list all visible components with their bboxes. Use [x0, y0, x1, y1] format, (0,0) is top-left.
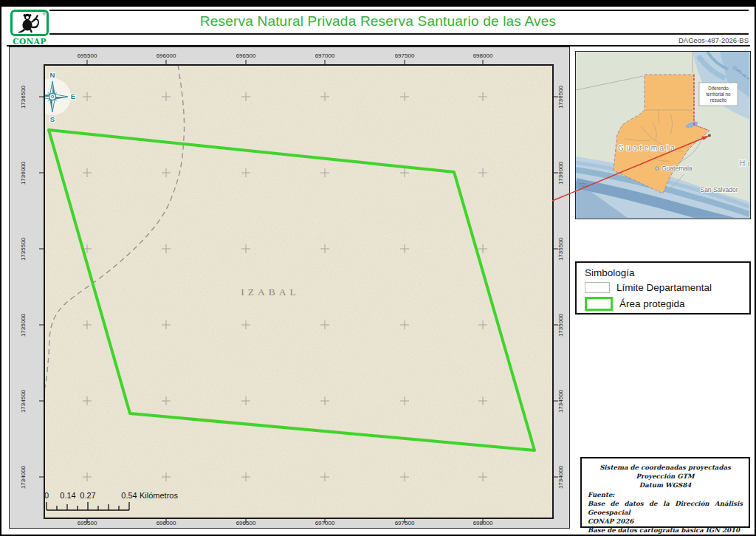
x-axis-label: 697000 — [303, 52, 347, 60]
document-id: DAGeos-487-2026-BS — [518, 36, 749, 44]
legend-box: Simbología Límite Departamental Área pro… — [575, 261, 751, 315]
y-axis-label: 1736000 — [557, 151, 565, 196]
san-salvador-label: San Salvador — [700, 186, 738, 193]
inset-country-label: Guatemala — [618, 144, 677, 152]
monkey-icon — [13, 12, 47, 34]
source-line: Base de datos de la Dirección Análisis G… — [588, 499, 743, 517]
page-title: Reserva Natural Privada Reserva Santuari… — [1, 13, 755, 30]
dispute-note-line: Diferendo — [708, 86, 729, 91]
y-axis-label: 1736000 — [19, 151, 27, 196]
y-axis-label: 1735500 — [557, 227, 565, 272]
compass-east-label: E — [71, 92, 75, 100]
compass-west-label: O — [29, 92, 34, 100]
map-document: Reserva Natural Privada Reserva Santuari… — [0, 0, 756, 536]
compass-south-label: S — [50, 115, 55, 123]
x-axis-label: 696500 — [224, 52, 268, 60]
registered-mark: ® — [43, 12, 46, 16]
scalebar-tick-027: 0.27 — [80, 491, 95, 500]
y-axis-label: 1734500 — [19, 379, 27, 424]
x-axis-label: 695500 — [65, 52, 109, 60]
main-map-frame: IZABAL 0 0.14 0.27 0.54 Kilómetros — [9, 47, 570, 529]
title-rule-bottom — [49, 33, 749, 35]
capital-city-dot — [656, 167, 659, 171]
x-axis-label: 697500 — [382, 519, 427, 527]
legend-item-area-protegida: Área protegida — [585, 297, 749, 311]
legend-item-label: Área protegida — [619, 298, 685, 309]
x-axis-label: 698000 — [461, 52, 505, 60]
conap-logo-box: ® — [10, 10, 49, 36]
compass-north-label: N — [50, 71, 55, 79]
y-axis-label: 1736500 — [19, 75, 27, 120]
crs-line: Datum WGS84 — [588, 481, 743, 489]
dispute-note-line: territorial no — [706, 92, 731, 97]
legend-item-label: Límite Departamental — [616, 282, 712, 293]
crs-line: Proyección GTM — [588, 472, 743, 481]
x-axis-label: 696500 — [224, 519, 268, 527]
dispute-note-box: Diferendo territorial no resuelto — [699, 83, 738, 106]
leader-number-label: 721 — [579, 182, 588, 188]
x-axis-label: 697500 — [382, 52, 427, 60]
inset-map: Golfo de Honduras Guatemala Guatemala Sa… — [575, 51, 751, 219]
conap-logo: ® CONAP — [10, 10, 49, 46]
y-axis-label: 1734500 — [557, 379, 565, 424]
y-axis-label: 1735000 — [19, 303, 27, 348]
y-axis-label: 1734000 — [557, 456, 565, 500]
top-border — [1, 1, 755, 7]
honduras-label: Honduras — [740, 159, 749, 168]
x-axis-label: 696000 — [144, 519, 188, 527]
dispute-note-line: resuelto — [710, 97, 727, 103]
scalebar-unit: Kilómetros — [140, 491, 178, 500]
x-axis-label: 695500 — [65, 519, 109, 527]
x-axis-label: 697000 — [303, 519, 347, 527]
department-limit-swatch — [585, 282, 610, 293]
conap-wordmark: CONAP — [10, 37, 49, 46]
source-line: CONAP 2026 — [588, 517, 743, 526]
y-axis-label: 1734000 — [19, 456, 27, 500]
legend-title: Simbología — [585, 267, 749, 278]
inset-canvas: Golfo de Honduras Guatemala Guatemala Sa… — [576, 52, 749, 218]
inset-capital-label: Guatemala — [662, 165, 693, 172]
legend-item-departamental: Límite Departamental — [585, 282, 749, 293]
y-axis-label: 1736500 — [557, 75, 565, 120]
scalebar-tick-054: 0.54 — [121, 491, 137, 500]
crs-line: Sistema de coordenadas proyectadas — [588, 463, 743, 472]
source-info-box: Sistema de coordenadas proyectadas Proye… — [580, 457, 750, 528]
department-label: IZABAL — [241, 286, 300, 298]
fuente-label: Fuente: — [588, 490, 743, 499]
x-axis-label: 698000 — [461, 519, 505, 527]
protected-area-swatch — [585, 297, 613, 311]
y-axis-label: 1735000 — [557, 303, 565, 348]
source-line: Base de datos cartografía básica IGN 201… — [588, 526, 743, 535]
main-map-canvas: IZABAL 0 0.14 0.27 0.54 Kilómetros — [10, 47, 569, 528]
y-axis-label: 1735500 — [19, 227, 27, 272]
x-axis-label: 696000 — [144, 52, 188, 60]
title-rule-top — [49, 10, 749, 11]
scalebar-tick-014: 0.14 — [60, 491, 75, 500]
